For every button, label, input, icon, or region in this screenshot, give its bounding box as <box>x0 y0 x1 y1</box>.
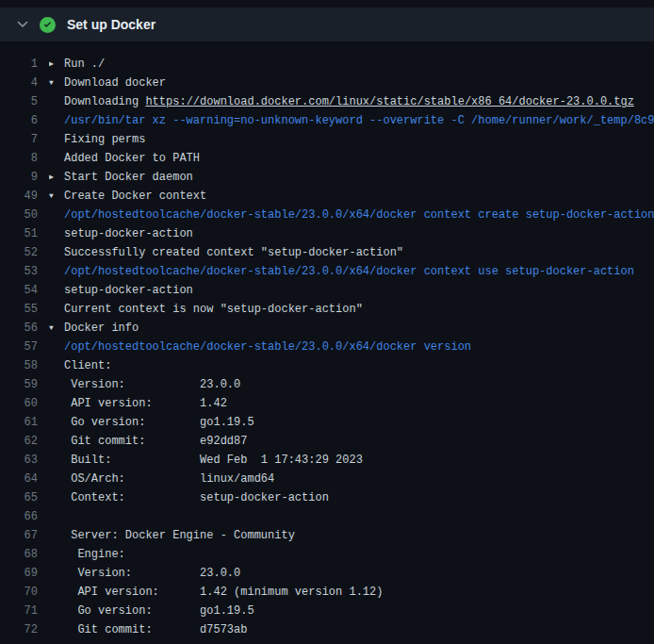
line-number[interactable]: 4 <box>0 74 49 92</box>
line-number[interactable]: 66 <box>0 507 49 526</box>
log-plain-text: Added Docker to PATH <box>64 152 200 165</box>
log-plain-text: Server: Docker Engine - Community <box>64 529 295 542</box>
log-plain-text: Client: <box>64 359 111 372</box>
log-text: Version: 23.0.0 <box>49 564 654 583</box>
group-collapsed-triangle-icon[interactable]: ▶ <box>49 55 64 74</box>
log-line: 72 Git commit: d7573ab <box>0 620 654 639</box>
log-line: 49▼Create Docker context <box>0 187 654 206</box>
group-collapsed-triangle-icon[interactable]: ▶ <box>49 168 64 187</box>
line-number[interactable]: 70 <box>0 583 49 602</box>
line-number[interactable]: 65 <box>0 488 49 507</box>
log-command-text: /opt/hostedtoolcache/docker-stable/23.0.… <box>64 340 471 354</box>
line-number[interactable]: 63 <box>0 451 49 470</box>
log-group-header[interactable]: ▶Run ./ <box>49 55 654 74</box>
line-number[interactable]: 54 <box>0 281 49 300</box>
log-line: 64 OS/Arch: linux/amd64 <box>0 470 654 488</box>
line-number[interactable]: 67 <box>0 526 49 545</box>
log-group-header[interactable]: ▶Start Docker daemon <box>49 168 654 187</box>
log-text: /usr/bin/tar xz --warning=no-unknown-key… <box>49 111 654 130</box>
log-text: Successfully created context "setup-dock… <box>49 243 654 262</box>
step-header[interactable]: Set up Docker <box>0 8 654 41</box>
line-number[interactable]: 62 <box>0 432 49 451</box>
log-line: 4▼Download docker <box>0 74 654 92</box>
group-expanded-triangle-icon[interactable]: ▼ <box>49 319 64 338</box>
log-group-header[interactable]: ▼Create Docker context <box>49 187 654 206</box>
log-text: Client: <box>49 356 654 375</box>
line-number[interactable]: 5 <box>0 92 49 111</box>
line-number[interactable]: 71 <box>0 602 49 620</box>
chevron-down-icon[interactable] <box>17 19 28 30</box>
line-number[interactable]: 55 <box>0 300 49 319</box>
group-expanded-triangle-icon[interactable]: ▼ <box>49 187 64 206</box>
log-command-text: /opt/hostedtoolcache/docker-stable/23.0.… <box>64 265 634 278</box>
log-text: Added Docker to PATH <box>49 149 654 168</box>
line-number[interactable]: 9 <box>0 168 49 187</box>
line-number[interactable]: 1 <box>0 55 49 74</box>
log-url-link[interactable]: https://download.docker.com/linux/static… <box>145 95 633 108</box>
log-line: 70 API version: 1.42 (minimum version 1.… <box>0 583 654 602</box>
log-text: Git commit: e92dd87 <box>49 432 654 451</box>
log-lines: 1▶Run ./4▼Download docker5Downloading ht… <box>0 41 654 639</box>
group-expanded-triangle-icon[interactable]: ▼ <box>49 74 64 92</box>
log-text: Current context is now "setup-docker-act… <box>49 300 654 319</box>
line-number[interactable]: 64 <box>0 470 49 488</box>
log-line: 53/opt/hostedtoolcache/docker-stable/23.… <box>0 262 654 281</box>
line-number[interactable]: 59 <box>0 375 49 394</box>
log-plain-text: Downloading <box>64 95 145 108</box>
line-number[interactable]: 52 <box>0 243 49 262</box>
log-plain-text: Fixing perms <box>64 133 145 146</box>
log-text <box>49 507 654 526</box>
success-check-icon <box>40 17 56 33</box>
log-line: 69 Version: 23.0.0 <box>0 564 654 583</box>
log-plain-text: Download docker <box>64 76 166 90</box>
log-text: Context: setup-docker-action <box>49 488 654 507</box>
log-plain-text: API version: 1.42 <box>64 397 227 410</box>
log-text: /opt/hostedtoolcache/docker-stable/23.0.… <box>49 206 654 224</box>
log-line: 8Added Docker to PATH <box>0 149 654 168</box>
log-line: 6/usr/bin/tar xz --warning=no-unknown-ke… <box>0 111 654 130</box>
line-number[interactable]: 68 <box>0 545 49 564</box>
log-plain-text: setup-docker-action <box>64 227 193 240</box>
log-plain-text: Git commit: d7573ab <box>64 623 247 636</box>
log-group-header[interactable]: ▼Download docker <box>49 74 654 92</box>
log-command-text: /usr/bin/tar xz --warning=no-unknown-key… <box>64 114 654 127</box>
line-number[interactable]: 50 <box>0 206 49 224</box>
log-line: 67 Server: Docker Engine - Community <box>0 526 654 545</box>
line-number[interactable]: 53 <box>0 262 49 281</box>
log-line: 61 Go version: go1.19.5 <box>0 413 654 432</box>
line-number[interactable]: 51 <box>0 224 49 243</box>
log-plain-text: setup-docker-action <box>64 284 193 297</box>
log-text: Fixing perms <box>49 130 654 149</box>
line-number[interactable]: 49 <box>0 187 49 206</box>
line-number[interactable]: 57 <box>0 338 49 356</box>
log-line: 71 Go version: go1.19.5 <box>0 602 654 620</box>
log-text: Go version: go1.19.5 <box>49 602 654 620</box>
log-line: 57/opt/hostedtoolcache/docker-stable/23.… <box>0 338 654 356</box>
log-plain-text: Engine: <box>64 548 125 561</box>
log-text: Server: Docker Engine - Community <box>49 526 654 545</box>
log-line: 58Client: <box>0 356 654 375</box>
log-line: 62 Git commit: e92dd87 <box>0 432 654 451</box>
line-number[interactable]: 58 <box>0 356 49 375</box>
line-number[interactable]: 69 <box>0 564 49 583</box>
line-number[interactable]: 6 <box>0 111 49 130</box>
log-plain-text: Go version: go1.19.5 <box>64 604 254 618</box>
log-line: 5Downloading https://download.docker.com… <box>0 92 654 111</box>
log-line: 66 <box>0 507 654 526</box>
line-number[interactable]: 7 <box>0 130 49 149</box>
log-line: 55Current context is now "setup-docker-a… <box>0 300 654 319</box>
line-number[interactable]: 72 <box>0 620 49 639</box>
log-text: /opt/hostedtoolcache/docker-stable/23.0.… <box>49 262 654 281</box>
log-line: 1▶Run ./ <box>0 55 654 74</box>
log-text: Version: 23.0.0 <box>49 375 654 394</box>
line-number[interactable]: 8 <box>0 149 49 168</box>
log-plain-text: Run ./ <box>64 58 105 71</box>
log-text: API version: 1.42 <box>49 394 654 413</box>
log-line: 50/opt/hostedtoolcache/docker-stable/23.… <box>0 206 654 224</box>
line-number[interactable]: 60 <box>0 394 49 413</box>
log-text: API version: 1.42 (minimum version 1.12) <box>49 583 654 602</box>
line-number[interactable]: 61 <box>0 413 49 432</box>
log-group-header[interactable]: ▼Docker info <box>49 319 654 338</box>
line-number[interactable]: 56 <box>0 319 49 338</box>
log-plain-text: API version: 1.42 (minimum version 1.12) <box>64 586 383 599</box>
